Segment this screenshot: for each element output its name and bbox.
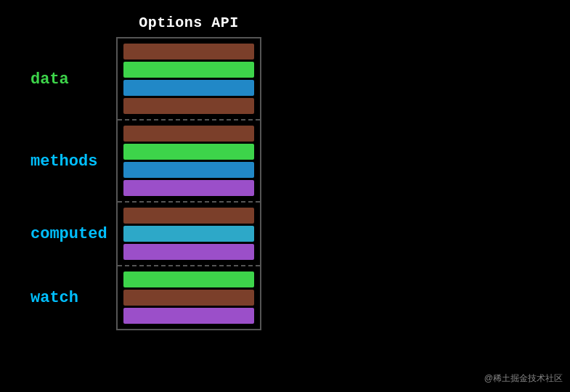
label-computed: computed: [30, 225, 107, 243]
options-api-panel: Options API data methods computed wat: [116, 15, 261, 330]
watermark: @稀土掘金技术社区: [484, 372, 563, 385]
section-watch: watch: [118, 266, 260, 330]
section-methods: methods: [118, 121, 260, 203]
label-data: data: [30, 70, 69, 88]
section-computed: computed: [118, 203, 260, 266]
section-data: data: [118, 38, 260, 121]
bar-methods-4: [123, 180, 254, 196]
bar-methods-3: [123, 162, 254, 178]
bar-watch-1: [123, 271, 254, 287]
bar-computed-3: [123, 244, 254, 260]
bar-data-3: [123, 80, 254, 96]
bar-watch-2: [123, 290, 254, 306]
bar-watch-3: [123, 308, 254, 324]
label-watch: watch: [30, 289, 78, 307]
label-methods: methods: [30, 152, 97, 170]
bar-methods-1: [123, 126, 254, 142]
bar-data-1: [123, 44, 254, 60]
panel-title: Options API: [116, 15, 261, 31]
bar-data-2: [123, 62, 254, 78]
bar-computed-1: [123, 208, 254, 224]
bar-computed-2: [123, 226, 254, 242]
bar-methods-2: [123, 144, 254, 160]
bar-data-4: [123, 98, 254, 114]
panel-box: data methods computed watch: [116, 37, 261, 330]
